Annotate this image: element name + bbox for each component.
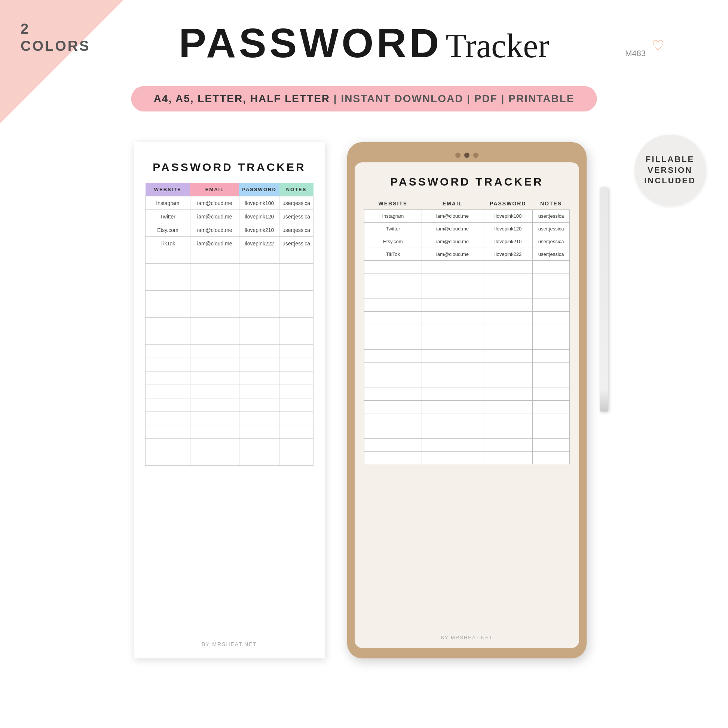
table-row: Twitteriam@cloud.meIlovepink120user:jess… [145,210,314,223]
table-cell [190,412,239,425]
table-cell [280,331,314,344]
col-header-password: PASSWORD [239,183,279,196]
tablet-col-notes: NOTES [533,197,570,210]
stylus [600,187,608,411]
paper-sheet-footer: BY MRSHEAT.NET [202,634,257,647]
table-cell [533,324,570,337]
table-cell: iam@cloud.me [422,223,483,235]
table-cell [483,261,533,274]
paper-sheet: PASSWORD TRACKER WEBSITE EMAIL PASSWORD … [134,142,325,658]
table-cell: Twitter [145,210,190,223]
table-cell [190,250,239,264]
table-cell [422,413,483,426]
table-row [364,388,570,401]
table-cell [145,439,190,452]
title-row: PASSWORD Tracker [0,23,728,65]
table-cell [533,375,570,388]
heart-icon: ♡ [652,37,664,54]
table-row [145,372,314,385]
table-cell [145,344,190,358]
table-cell: user:jessica [533,235,570,248]
table-cell [239,358,279,372]
tablet-camera-row [355,153,579,158]
table-cell [364,388,422,401]
tablet-col-email: EMAIL [422,197,483,210]
table-cell: Ilovepink210 [483,235,533,248]
table-cell [280,385,314,398]
table-cell [239,250,279,264]
tablet-screen: PASSWORD TRACKER WEBSITE EMAIL PASSWORD … [355,162,579,648]
table-row: TikTokiam@cloud.meIlovepink222user:jessi… [364,248,570,261]
table-cell [280,412,314,425]
table-cell [483,362,533,375]
tablet-sheet-title: PASSWORD TRACKER [390,176,543,188]
table-cell [533,388,570,401]
table-row [145,331,314,344]
table-row [145,452,314,466]
table-cell [190,385,239,398]
table-cell [533,350,570,362]
table-cell [533,337,570,350]
table-row [364,350,570,362]
table-cell [280,358,314,372]
paper-sheet-title: PASSWORD TRACKER [153,161,306,174]
table-cell [190,291,239,304]
table-cell [145,412,190,425]
table-cell [239,291,279,304]
main-content: PASSWORD TRACKER WEBSITE EMAIL PASSWORD … [0,127,728,728]
table-cell [422,426,483,439]
table-cell [280,250,314,264]
table-cell [533,439,570,451]
subtitle-bar: A4, A5, LETTER, HALF LETTER | INSTANT DO… [131,86,597,112]
table-cell [483,312,533,324]
table-row: Etsy.comiam@cloud.meIlovepink210user:jes… [145,223,314,237]
table-cell [533,286,570,299]
table-cell: TikTok [364,248,422,261]
table-cell [364,299,422,312]
table-cell [190,304,239,318]
table-row [145,398,314,412]
table-row [364,426,570,439]
table-cell [364,401,422,413]
table-cell [190,398,239,412]
table-cell [364,413,422,426]
table-cell [422,286,483,299]
table-cell [364,286,422,299]
table-row [364,286,570,299]
table-cell: Ilovepink100 [239,196,279,210]
table-cell [190,425,239,439]
table-cell [145,318,190,331]
table-cell: user:jessica [280,223,314,237]
table-cell [533,426,570,439]
tablet-col-password: PASSWORD [483,197,533,210]
table-cell [422,337,483,350]
table-cell [533,451,570,464]
table-cell: user:jessica [280,196,314,210]
table-cell [239,412,279,425]
table-row [364,401,570,413]
product-code: M483 [625,49,646,58]
table-cell [483,337,533,350]
table-cell [145,385,190,398]
table-cell [533,274,570,286]
table-cell: Etsy.com [364,235,422,248]
col-header-website: WEBSITE [145,183,190,196]
table-cell [483,350,533,362]
table-cell: iam@cloud.me [190,196,239,210]
table-cell [533,299,570,312]
table-cell [364,375,422,388]
tablet-wrapper: PASSWORD TRACKER WEBSITE EMAIL PASSWORD … [347,142,594,658]
table-cell [422,299,483,312]
table-cell [239,318,279,331]
table-cell: Ilovepink222 [483,248,533,261]
table-row [364,337,570,350]
table-cell: user:jessica [533,210,570,223]
table-cell [239,277,279,291]
tablet-sheet-footer: BY MRSHEAT.NET [441,629,493,641]
table-cell [422,324,483,337]
table-row [364,261,570,274]
table-row [145,264,314,277]
table-row [145,291,314,304]
table-cell [280,372,314,385]
table-cell: Instagram [364,210,422,223]
